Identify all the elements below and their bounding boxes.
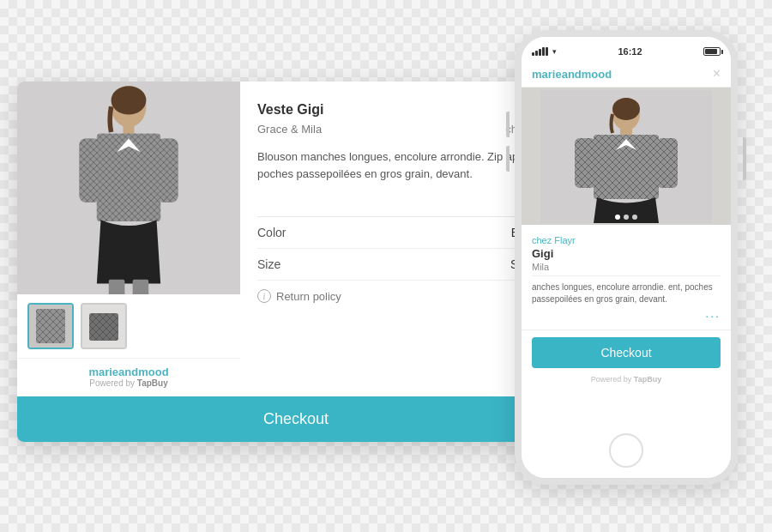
- color-option-row[interactable]: Color Black: [257, 217, 558, 249]
- dot-3: [632, 215, 637, 220]
- phone-frame: ▾ 16:12 marieandmood ×: [515, 30, 738, 485]
- product-name: Veste Gigi: [257, 102, 323, 118]
- phone-product-image: [522, 88, 731, 225]
- more-options-dots: ...: [257, 192, 558, 208]
- signal-bar-1: [532, 52, 534, 56]
- svg-rect-16: [36, 309, 65, 343]
- svg-point-23: [612, 98, 640, 120]
- tapbuy-label: TapBuy: [137, 378, 168, 388]
- phone-brand-bar: marieandmood ×: [522, 61, 731, 88]
- dot-2: [624, 215, 629, 220]
- card-main-content: marieandmood Powered by TapBuy Veste Gig…: [17, 82, 575, 396]
- brand-name: marieandmood: [27, 366, 230, 378]
- phone-product-brand: Mila: [532, 262, 721, 272]
- phone-description: anches longues, encolure arrondie. ent, …: [532, 275, 721, 323]
- battery-icon: [703, 47, 721, 56]
- thumbnail-1[interactable]: [27, 303, 74, 349]
- phone-checkout-button[interactable]: Checkout: [532, 337, 721, 368]
- return-policy-row[interactable]: i Return policy: [257, 281, 558, 311]
- phone-screen: marieandmood ×: [522, 61, 731, 478]
- card-brand-footer: marieandmood Powered by TapBuy: [17, 358, 240, 396]
- size-label: Size: [257, 257, 280, 271]
- battery-area: [703, 47, 721, 56]
- phone-store-link[interactable]: chez Flayr: [532, 235, 576, 245]
- signal-bars: [532, 47, 548, 56]
- return-policy-label: Return policy: [276, 290, 341, 303]
- product-description: Blouson manches longues, encolure arrond…: [257, 148, 558, 182]
- main-product-image: [17, 82, 240, 294]
- dot-1: [615, 215, 620, 220]
- phone-volume-down-button: [506, 146, 510, 172]
- svg-rect-12: [109, 280, 125, 294]
- phone-product-name: Gigi: [532, 247, 721, 260]
- product-header: Veste Gigi 75€: [257, 102, 558, 118]
- svg-rect-29: [575, 138, 595, 188]
- phone-product-info: chez Flayr 75€ Gigi Mila anches longues,…: [522, 225, 731, 330]
- checkout-button[interactable]: Checkout: [17, 396, 575, 442]
- phone-more-dots: ...: [532, 305, 721, 323]
- phone-home-button[interactable]: [609, 433, 643, 468]
- image-dots-indicator: [615, 215, 637, 220]
- phone-time: 16:12: [618, 46, 642, 57]
- signal-bar-2: [535, 51, 538, 56]
- thumbnail-row: [17, 294, 240, 358]
- battery-fill: [705, 49, 717, 54]
- wifi-icon: ▾: [552, 47, 557, 56]
- phone-signal-area: ▾: [532, 47, 557, 56]
- product-image-svg: [60, 82, 197, 294]
- svg-rect-31: [657, 138, 678, 188]
- svg-rect-9: [79, 138, 100, 202]
- product-brand: Grace & Mila: [257, 123, 322, 136]
- desktop-product-card: marieandmood Powered by TapBuy Veste Gig…: [17, 82, 575, 442]
- phone-volume-up-button: [506, 112, 510, 137]
- phone-status-bar: ▾ 16:12: [522, 37, 731, 61]
- signal-bar-3: [539, 49, 541, 56]
- thumbnail-2[interactable]: [81, 303, 127, 349]
- svg-point-2: [112, 86, 147, 114]
- signal-bar-5: [546, 47, 548, 56]
- powered-label-text: Powered by: [89, 378, 135, 388]
- close-icon[interactable]: ×: [713, 66, 721, 82]
- phone-powered-by: Powered by TapBuy: [522, 375, 731, 387]
- phone-mockup: ▾ 16:12 marieandmood ×: [515, 17, 738, 498]
- phone-power-button: [743, 137, 746, 180]
- battery-tip: [721, 50, 723, 54]
- svg-rect-6: [97, 134, 160, 221]
- card-image-section: marieandmood Powered by TapBuy: [17, 82, 240, 396]
- svg-rect-19: [89, 313, 118, 341]
- powered-by-label: Powered by TapBuy: [27, 378, 230, 388]
- phone-product-svg: [540, 90, 712, 223]
- info-icon: i: [257, 289, 271, 303]
- phone-brand-name: marieandmood: [532, 68, 612, 81]
- svg-rect-13: [133, 280, 149, 294]
- size-option-row[interactable]: Size Small: [257, 249, 558, 281]
- color-label: Color: [257, 226, 286, 239]
- product-subrow: Grace & Mila chez Flayr: [257, 121, 558, 136]
- signal-bar-4: [542, 47, 545, 56]
- svg-rect-11: [157, 138, 178, 202]
